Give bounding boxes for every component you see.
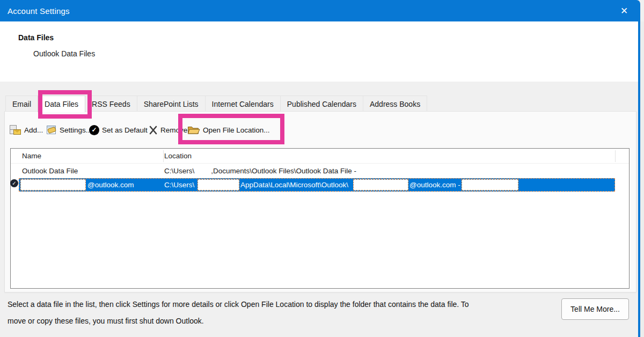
settings-icon: [46, 125, 57, 135]
tab-label: Published Calendars: [287, 100, 356, 108]
tell-me-more-button[interactable]: Tell Me More...: [561, 298, 629, 320]
tab-rss-feeds[interactable]: RSS Feeds: [85, 96, 137, 112]
tab-label: Internet Calendars: [212, 100, 274, 108]
column-divider: [163, 150, 164, 162]
account-settings-dialog: Account Settings ✕ Data Files Outlook Da…: [0, 0, 644, 337]
column-header-location[interactable]: Location: [164, 149, 192, 164]
instructions-line: Select a data file in the list, then cli…: [8, 296, 544, 313]
location-path-middle: AppData\Local\Microsoft\Outlook\: [240, 179, 348, 191]
redacted-username: [197, 179, 239, 191]
tab-label: Email: [12, 100, 31, 108]
dialog-header: Data Files Outlook Data Files: [0, 21, 638, 82]
add-button[interactable]: Add...: [10, 123, 43, 137]
data-files-table: Name Location Outlook Data File C:\Users…: [10, 148, 630, 289]
redacted-account-prefix: [353, 179, 408, 191]
tab-label: RSS Feeds: [92, 100, 130, 108]
redacted-username: [194, 164, 211, 178]
redacted-account-name: [20, 179, 86, 191]
settings-button[interactable]: Settings...: [46, 123, 92, 137]
add-button-label: Add...: [24, 126, 43, 134]
section-title: Data Files: [18, 33, 54, 42]
section-subtitle: Outlook Data Files: [33, 49, 95, 58]
table-header: Name Location: [11, 149, 629, 164]
annotation-box-open-file-location: [178, 114, 284, 144]
annotation-box-data-files-tab: [38, 90, 92, 119]
check-circle-icon: ✓: [89, 125, 99, 135]
data-file-name: Outlook Data File: [22, 164, 78, 178]
set-as-default-button[interactable]: ✓ Set as Default: [89, 123, 148, 137]
window-title: Account Settings: [8, 6, 70, 16]
tab-label: SharePoint Lists: [144, 100, 199, 108]
location-path-prefix: C:\Users\: [164, 179, 194, 191]
location-path-suffix: ,Documents\Outlook Files\Outlook Data Fi…: [211, 164, 356, 178]
table-row-selected-account[interactable]: @outlook.com C:\Users\ AppData\Local\Mic…: [19, 178, 615, 192]
window-gutter: [640, 21, 644, 337]
titlebar: Account Settings ✕: [0, 0, 640, 21]
tab-internet-calendars[interactable]: Internet Calendars: [205, 96, 281, 112]
location-path-prefix: C:\Users\: [164, 164, 194, 178]
default-data-file-icon: ✓: [10, 179, 18, 187]
remove-x-icon: [149, 126, 158, 135]
add-data-file-icon: [10, 124, 21, 135]
tab-label: Address Books: [370, 100, 420, 108]
tab-email[interactable]: Email: [5, 96, 38, 112]
close-icon[interactable]: ✕: [614, 0, 634, 21]
set-as-default-label: Set as Default: [102, 126, 148, 134]
redacted-segment: [462, 179, 518, 191]
data-file-location: C:\Users\ ,Documents\Outlook Files\Outlo…: [164, 164, 356, 178]
footer-instructions: Select a data file in the list, then cli…: [8, 296, 544, 329]
tab-sharepoint-lists[interactable]: SharePoint Lists: [137, 96, 206, 112]
table-row-outlook-data-file[interactable]: Outlook Data File C:\Users\ ,Documents\O…: [11, 164, 629, 178]
settings-button-label: Settings...: [60, 126, 92, 134]
account-name-suffix: @outlook.com: [87, 179, 134, 191]
tab-address-books[interactable]: Address Books: [363, 96, 427, 112]
instructions-line: move or copy these files, you must first…: [8, 313, 544, 329]
tab-published-calendars[interactable]: Published Calendars: [280, 96, 363, 112]
column-divider: [615, 150, 616, 162]
column-header-name[interactable]: Name: [22, 149, 41, 164]
location-path-suffix: @outlook.com -: [409, 179, 460, 191]
